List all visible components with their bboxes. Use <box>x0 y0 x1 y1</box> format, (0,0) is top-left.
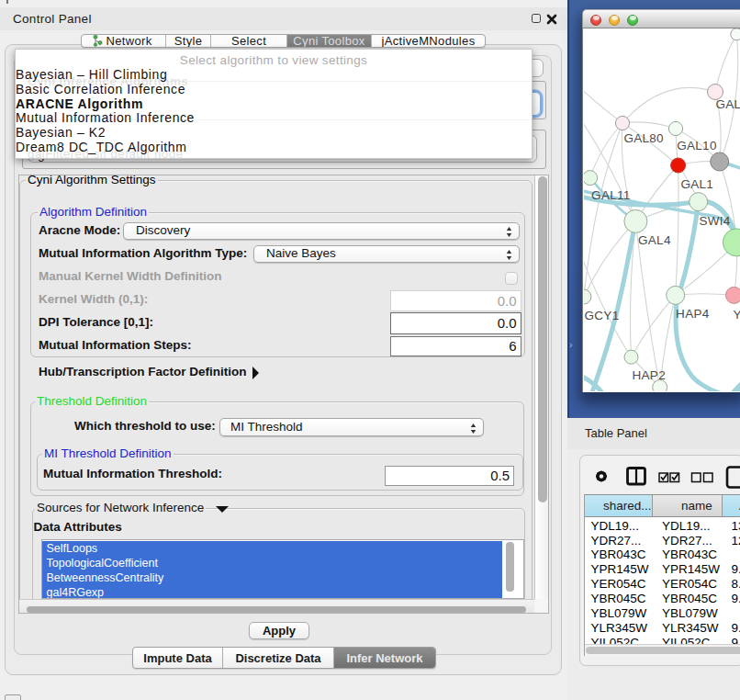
algorithm-popup-items: Bayesian – Hill Climbing Basic Correlati… <box>16 68 195 155</box>
dpi-tolerance-field[interactable]: 0.0 <box>390 312 521 334</box>
which-threshold-combobox[interactable]: MI Threshold <box>219 418 484 436</box>
node-gal2-label: GAL2 <box>716 97 740 111</box>
node-swi4[interactable] <box>690 193 708 211</box>
horizontal-scrollbar[interactable] <box>19 599 534 614</box>
popup-item-aracne[interactable]: ARACNE Algorithm <box>16 97 195 112</box>
cell: YLR345W <box>662 621 719 636</box>
vertical-scrollbar[interactable] <box>534 175 550 614</box>
network-window: GAL2 GAL80 GAL10 GAL1 GAL11 SWI4 GAL4 HA… <box>582 9 740 392</box>
tab-impute-data[interactable]: Impute Data <box>133 648 223 668</box>
mi-type-label: Mutual Information Algorithm Type: <box>39 247 247 259</box>
table-row[interactable]: YPR145WYPR145W9. <box>585 562 740 577</box>
node-gal1[interactable] <box>671 158 686 173</box>
table-horizontal-scrollbar[interactable] <box>585 644 740 657</box>
network-window-titlebar[interactable] <box>582 9 740 28</box>
manual-kernel-checkbox[interactable] <box>505 272 518 285</box>
gear-icon[interactable] <box>595 470 608 483</box>
table-row[interactable]: YBR045CYBR045C9. <box>585 592 740 606</box>
node-top[interactable] <box>731 28 740 40</box>
table-horizontal-scrollbar-thumb[interactable] <box>586 647 740 655</box>
zoom-window-button[interactable] <box>627 15 638 26</box>
cytopanel-mini-icon[interactable] <box>5 694 21 700</box>
tab-discretize-data[interactable]: Discretize Data <box>223 648 334 668</box>
float-panel-icon[interactable] <box>532 14 541 23</box>
mi-threshold-field[interactable]: 0.5 <box>385 466 514 487</box>
column-header-third[interactable]: A <box>723 495 740 517</box>
apply-button[interactable]: Apply <box>249 622 309 639</box>
popup-item-basic-correlation[interactable]: Basic Correlation Inference <box>16 83 195 97</box>
node-hap4-label: HAP4 <box>676 307 710 321</box>
node-gcy1[interactable] <box>584 289 591 304</box>
node-gal11[interactable] <box>584 171 598 186</box>
tab-cyni-toolbox[interactable]: Cyni Toolbox <box>287 35 372 48</box>
control-panel-tabs: Network Style Select Cyni Toolbox jActiv… <box>81 34 486 49</box>
data-attributes-list[interactable]: SelfLoops TopologicalCoefficient Between… <box>41 539 524 599</box>
node-gal4[interactable] <box>624 209 647 232</box>
node-hap2[interactable] <box>624 350 638 364</box>
node-green-big[interactable] <box>723 229 740 256</box>
network-graph[interactable]: GAL2 GAL80 GAL10 GAL1 GAL11 SWI4 GAL4 HA… <box>584 28 740 391</box>
kernel-width-field[interactable]: 0.0 <box>390 290 521 310</box>
aracne-mode-combobox[interactable]: Discovery <box>123 222 520 241</box>
list-item-topologicalcoefficient[interactable]: TopologicalCoefficient <box>42 556 502 570</box>
hub-definition-label[interactable]: Hub/Transcription Factor Definition <box>39 366 247 378</box>
combo-arrows-icon <box>470 423 477 434</box>
table-row[interactable]: YLR345WYLR345W9. <box>585 621 740 636</box>
tab-select[interactable]: Select <box>211 35 287 48</box>
manual-kernel-label: Manual Kernel Width Definition <box>39 270 221 282</box>
column-header-name[interactable]: name <box>653 495 723 517</box>
document-icon[interactable] <box>727 468 740 488</box>
algorithm-popup: Select algorithm to view settings Cyni I… <box>15 49 533 159</box>
node-gal10[interactable] <box>668 121 682 135</box>
popup-item-bayesian-k2[interactable]: Bayesian – K2 <box>16 126 195 141</box>
split-columns-icon[interactable] <box>628 469 645 485</box>
node-gray[interactable] <box>711 152 729 171</box>
checked-boxes-icon[interactable] <box>659 473 679 482</box>
node-hap4[interactable] <box>667 286 685 304</box>
group-algorithm-definition-title: Algorithm Definition <box>38 205 149 219</box>
table-row[interactable]: YDR27...YDR27...12 <box>585 534 740 548</box>
list-item-betweennesscentrality[interactable]: BetweennessCentrality <box>42 570 502 585</box>
collapse-arrow-icon[interactable] <box>216 506 229 513</box>
popup-item-dream8[interactable]: Dream8 DC_TDC Algorithm <box>16 141 195 155</box>
unchecked-boxes-icon[interactable] <box>692 473 713 482</box>
tab-style[interactable]: Style <box>166 35 211 48</box>
mi-steps-field[interactable]: 6 <box>390 336 521 357</box>
column-header-shared-name[interactable]: shared... <box>585 495 653 517</box>
tab-network[interactable]: Network <box>82 35 166 48</box>
popup-item-bayesian-hill-climbing[interactable]: Bayesian – Hill Climbing <box>16 68 195 83</box>
node-swi4-label: SWI4 <box>699 214 730 228</box>
app-root: Control Panel Cyni Inference Algorithms … <box>0 0 740 700</box>
node-gal80[interactable] <box>615 116 629 130</box>
combo-arrows-icon <box>506 250 512 260</box>
list-item-selfloops[interactable]: SelfLoops <box>42 541 502 556</box>
minimize-window-button[interactable] <box>609 15 620 26</box>
control-panel-titlebar: Control Panel <box>0 7 567 30</box>
mi-steps-value: 6 <box>509 338 516 354</box>
network-desktop: GAL2 GAL80 GAL10 GAL1 GAL11 SWI4 GAL4 HA… <box>567 0 740 418</box>
table-panel: shared... name A YDL19...YDL19...13 YDR2… <box>579 455 740 666</box>
table-row[interactable]: YDL19...YDL19...13 <box>585 519 740 534</box>
node-y[interactable] <box>726 287 740 303</box>
close-window-button[interactable] <box>590 15 601 26</box>
cell: 9. <box>732 592 740 606</box>
list-scrollbar-thumb[interactable] <box>506 542 514 592</box>
horizontal-scrollbar-thumb[interactable] <box>27 606 526 614</box>
cell: 13 <box>732 519 740 534</box>
tab-jactivemnodules[interactable]: jActiveMNodules <box>372 35 485 48</box>
mi-type-combobox[interactable]: Naive Bayes <box>253 245 520 264</box>
table-row[interactable]: YBR043CYBR043C <box>585 548 740 562</box>
vertical-scrollbar-thumb[interactable] <box>538 176 547 502</box>
popup-item-mutual-information[interactable]: Mutual Information Inference <box>16 111 195 126</box>
close-panel-icon[interactable] <box>545 11 558 27</box>
table-row[interactable]: YER054CYER054C8. <box>585 577 740 592</box>
panel-divider-nub[interactable]: › <box>569 340 577 350</box>
list-item-gal4rgexp[interactable]: gal4RGexp <box>42 585 502 599</box>
expand-arrow-icon[interactable] <box>252 367 259 379</box>
tab-infer-network[interactable]: Infer Network <box>334 648 435 668</box>
network-canvas[interactable]: GAL2 GAL80 GAL10 GAL1 GAL11 SWI4 GAL4 HA… <box>582 28 740 392</box>
cell: 12 <box>732 534 740 548</box>
table-toolbar <box>580 456 740 494</box>
table-row[interactable]: YBL079WYBL079W <box>585 606 740 621</box>
graph-nodes[interactable] <box>584 28 740 391</box>
